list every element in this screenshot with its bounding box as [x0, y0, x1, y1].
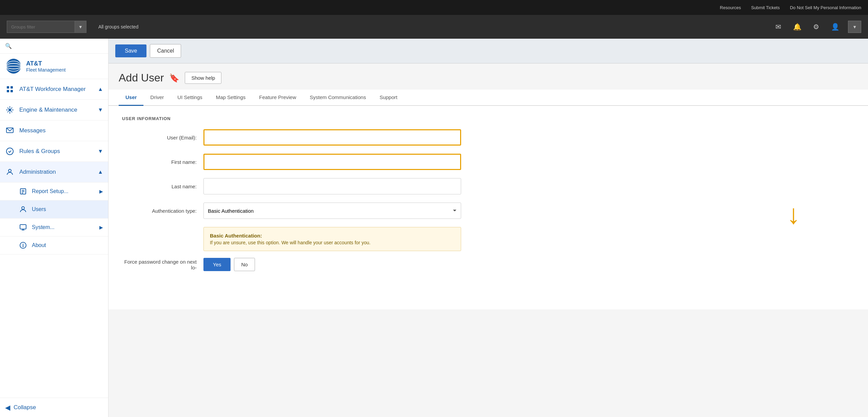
user-name-label: ▼	[852, 24, 857, 30]
bookmark-icon[interactable]: 🔖	[169, 73, 179, 83]
svg-point-13	[22, 207, 24, 209]
sidebar-item-admin[interactable]: Administration ▲	[0, 162, 108, 183]
workforce-icon	[5, 84, 15, 94]
collapse-section[interactable]: ◀ Collapse	[0, 398, 108, 417]
workforce-chevron-icon: ▲	[98, 86, 103, 92]
sidebar-item-engine-label: Engine & Maintenance	[19, 107, 93, 113]
sidebar-sub-item-about[interactable]: About	[0, 236, 108, 254]
all-groups-text: All groups selected	[98, 24, 138, 30]
brand-text: AT&T Fleet Management	[26, 60, 66, 73]
sidebar-item-admin-label: Administration	[19, 169, 93, 175]
do-not-sell-link[interactable]: Do Not Sell My Personal Information	[790, 5, 861, 10]
users-icon	[19, 205, 27, 213]
svg-point-8	[8, 109, 11, 111]
engine-chevron-icon: ▼	[98, 107, 103, 113]
firstname-input[interactable]	[203, 154, 461, 170]
sidebar-sub-item-system[interactable]: System... ▶	[0, 219, 108, 236]
tab-system-communications[interactable]: System Communications	[303, 90, 373, 106]
form-row-firstname: First name:	[122, 154, 854, 170]
tab-map-settings[interactable]: Map Settings	[209, 90, 253, 106]
cancel-button[interactable]: Cancel	[150, 44, 181, 58]
show-help-button[interactable]: Show help	[185, 72, 221, 84]
auth-type-label: Authentication type:	[122, 208, 197, 214]
toolbar: Save Cancel	[108, 39, 868, 63]
report-setup-arrow-icon: ▶	[99, 189, 103, 194]
main-layout: 🔍 AT&T Fleet Management	[0, 39, 868, 417]
top-bar: Resources Submit Tickets Do Not Sell My …	[0, 0, 868, 15]
svg-rect-5	[11, 86, 13, 89]
email-icon-btn[interactable]: ✉	[772, 21, 784, 33]
form-row-lastname: Last name:	[122, 178, 854, 194]
force-password-yes-btn[interactable]: Yes	[203, 258, 231, 271]
force-password-label: Force password change on next lo-	[122, 259, 197, 270]
att-logo-svg	[5, 58, 22, 74]
admin-icon	[5, 167, 15, 177]
groups-filter-input[interactable]	[7, 21, 75, 33]
auth-info-text: If you are unsure, use this option. We w…	[210, 240, 455, 245]
tab-support[interactable]: Support	[373, 90, 404, 106]
sidebar-item-rules[interactable]: Rules & Groups ▼	[0, 141, 108, 162]
sidebar-sub-item-report-setup-label: Report Setup...	[32, 188, 95, 194]
auth-info-box: Basic Authentication: If you are unsure,…	[203, 227, 461, 251]
page-header: Add User 🔖 Show help	[108, 63, 868, 90]
submit-tickets-link[interactable]: Submit Tickets	[751, 5, 780, 10]
force-password-no-btn[interactable]: No	[234, 258, 255, 271]
form-row-auth-type: Authentication type: Basic Authenticatio…	[122, 203, 854, 219]
user-menu-btn[interactable]: ▼	[848, 21, 861, 33]
system-arrow-icon: ▶	[99, 225, 103, 230]
tab-driver[interactable]: Driver	[143, 90, 171, 106]
collapse-icon: ◀	[5, 403, 10, 412]
sidebar-sub-item-users-label: Users	[32, 206, 103, 212]
engine-icon	[5, 105, 15, 115]
admin-chevron-icon: ▲	[98, 169, 103, 175]
svg-point-11	[8, 169, 11, 172]
messages-icon	[5, 126, 15, 135]
tab-user[interactable]: User	[119, 90, 143, 106]
tab-ui-settings[interactable]: UI Settings	[171, 90, 209, 106]
form-row-force-password: Force password change on next lo- Yes No	[122, 258, 854, 271]
second-bar-icons: ✉ 🔔 ⚙ 👤 ▼	[772, 21, 861, 33]
lastname-input[interactable]	[203, 178, 461, 194]
brand-logo	[5, 58, 22, 75]
sidebar-sub-item-users[interactable]: Users	[0, 201, 108, 219]
system-icon	[19, 223, 27, 231]
save-button[interactable]: Save	[115, 44, 146, 57]
resources-link[interactable]: Resources	[720, 5, 741, 10]
sidebar-sub-item-system-label: System...	[32, 224, 95, 230]
user-icon-btn[interactable]: 👤	[829, 21, 841, 33]
svg-rect-4	[7, 86, 9, 89]
email-input[interactable]	[203, 129, 461, 146]
groups-filter-container: ▼	[7, 21, 86, 33]
form-content: USER INFORMATION User (Email): First nam…	[108, 106, 868, 309]
collapse-label: Collapse	[14, 404, 36, 411]
brand-section: AT&T Fleet Management	[0, 54, 108, 79]
second-bar: ▼ All groups selected ✉ 🔔 ⚙ 👤 ▼	[0, 15, 868, 39]
about-icon	[19, 241, 27, 249]
sidebar-sub-item-report-setup[interactable]: Report Setup... ▶	[0, 183, 108, 201]
force-password-buttons: Yes No	[203, 258, 255, 271]
section-title: USER INFORMATION	[122, 116, 854, 121]
svg-rect-6	[7, 90, 9, 92]
tab-feature-preview[interactable]: Feature Preview	[252, 90, 303, 106]
lastname-label: Last name:	[122, 184, 197, 189]
sidebar-item-workforce[interactable]: AT&T Workforce Manager ▲	[0, 79, 108, 100]
sidebar-search-bar[interactable]: 🔍	[0, 39, 108, 54]
sidebar-item-messages-label: Messages	[19, 127, 103, 134]
brand-sub: Fleet Management	[26, 67, 66, 73]
rules-icon	[5, 147, 15, 156]
sidebar-item-engine[interactable]: Engine & Maintenance ▼	[0, 100, 108, 120]
sidebar: 🔍 AT&T Fleet Management	[0, 39, 108, 417]
svg-rect-14	[20, 225, 26, 229]
search-icon: 🔍	[5, 43, 12, 49]
notification-icon-btn[interactable]: 🔔	[791, 21, 803, 33]
tabs-bar: User Driver UI Settings Map Settings Fea…	[108, 90, 868, 106]
rules-chevron-icon: ▼	[98, 148, 103, 154]
page-title: Add User	[119, 72, 164, 84]
form-row-email: User (Email):	[122, 129, 854, 146]
sidebar-item-messages[interactable]: Messages	[0, 120, 108, 141]
svg-point-10	[6, 148, 13, 155]
settings-icon-btn[interactable]: ⚙	[810, 21, 822, 33]
brand-name: AT&T	[26, 60, 66, 67]
groups-filter-dropdown-btn[interactable]: ▼	[75, 21, 86, 33]
auth-type-select[interactable]: Basic Authentication MyGeotab SAML	[203, 203, 461, 219]
